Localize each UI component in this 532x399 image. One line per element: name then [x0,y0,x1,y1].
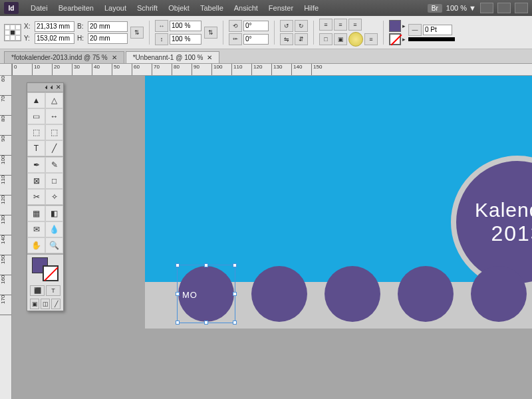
menu-schrift[interactable]: Schrift [132,4,163,12]
gradient-swatch-tool[interactable]: ▦ [27,205,45,221]
pencil-tool[interactable]: ✎ [45,157,63,173]
menu-datei[interactable]: Datei [25,4,53,12]
menu-fenster[interactable]: Fenster [263,4,299,12]
rectangle-tool[interactable]: □ [45,173,63,189]
constrain-scale-icon[interactable]: ⇅ [204,27,217,39]
scale-x-icon: ↔ [155,20,168,32]
note-tool[interactable]: ✉ [27,221,45,237]
flip-v-icon[interactable]: ⇵ [295,33,308,45]
zoom-level[interactable]: 100 % ▼ [446,4,476,12]
zoom-tool[interactable]: 🔍 [45,237,63,253]
pen-tool[interactable]: ✒ [27,157,45,173]
width-field[interactable] [88,21,128,32]
scale-y-icon: ↕ [155,33,168,45]
color-mode[interactable]: ▣ [30,299,39,309]
menu-hilfe[interactable]: Hilfe [299,4,324,12]
direct-selection-tool[interactable]: △ [45,92,63,108]
document-tabs: *fotokalender-2013.indd @ 75 %✕*Unbenann… [0,49,532,64]
menu-layout[interactable]: Layout [99,4,132,12]
scale-y-field[interactable] [170,34,201,45]
fill-swatch[interactable] [389,20,401,32]
rectangle-frame-tool[interactable]: ⊠ [27,173,45,189]
wrap-shape-icon[interactable] [348,32,363,47]
stroke-swatch[interactable] [389,33,401,45]
stroke-color[interactable] [43,265,59,281]
control-panel: X: Y: B: H: ⇅ ↔ ↕ ⇅ ⟲ ⬰ ↺ ↻ ⇋ ⇵ ≡ ≡ ≡ □ [0,16,532,49]
menubar: Id DateiBearbeitenLayoutSchriftObjektTab… [0,0,532,16]
align-right-icon[interactable]: ≡ [348,19,362,31]
title-line2: 2013 [491,221,532,246]
stroke-weight-icon: — [408,24,422,36]
y-field[interactable] [35,33,74,44]
screen-mode-icon[interactable] [480,3,493,13]
page: Kalender 2013 MO [145,76,532,329]
stroke-style[interactable] [408,37,455,41]
height-field[interactable] [88,33,128,44]
document-tab[interactable]: *fotokalender-2013.indd @ 75 %✕ [4,51,124,63]
workspace: 0102030405060708090100110120130140150 60… [0,64,532,399]
close-icon[interactable]: ✕ [112,54,117,61]
toolbox-header[interactable]: ⏴⏴ ✕ [27,83,63,92]
gap-tool[interactable]: ↔ [45,108,63,124]
arrange-icon[interactable] [497,3,511,13]
menu-objekt[interactable]: Objekt [163,4,195,12]
scissors-tool[interactable]: ✂ [27,189,45,205]
selection-tool[interactable]: ▲ [27,92,45,108]
format-toggle[interactable]: T [46,285,61,296]
align-left-icon[interactable]: ≡ [319,19,332,31]
day-circle-3[interactable] [325,266,380,322]
x-field[interactable] [35,21,74,32]
wrap-none-icon[interactable]: □ [319,33,332,45]
document-tab[interactable]: *Unbenannt-1 @ 100 %✕ [126,51,220,63]
day-circle-4[interactable] [398,266,454,322]
shear-field[interactable] [243,34,269,45]
selection-box[interactable] [177,265,235,323]
free-transform-tool[interactable]: ✧ [45,189,63,205]
line-tool[interactable]: ╱ [45,140,63,156]
app-logo: Id [4,2,19,14]
canvas[interactable]: Kalender 2013 MO ⏴⏴ ✕ ▲△▭↔⬚⬚T╱✒✎⊠□✂✧▦◧✉💧… [12,76,532,399]
ruler-vertical[interactable]: 60708090100110120130140150160170 [0,76,12,399]
title-line1: Kalender [475,199,532,221]
day-circle-5[interactable] [471,266,527,322]
shear-icon: ⬰ [229,33,242,45]
format-toggle[interactable]: ⬛ [30,285,45,296]
scale-x-field[interactable] [170,21,201,31]
constrain-wh-icon[interactable]: ⇅ [130,27,144,39]
menu-bearbeiten[interactable]: Bearbeiten [53,4,99,12]
align-center-icon[interactable]: ≡ [334,19,347,31]
content-collector-tool[interactable]: ⬚ [27,124,45,140]
color-mode[interactable]: ◫ [41,299,50,309]
workspace-icon[interactable] [515,3,528,13]
toolbox: ⏴⏴ ✕ ▲△▭↔⬚⬚T╱✒✎⊠□✂✧▦◧✉💧✋🔍 ⬛T ▣◫╱ [27,82,64,311]
hand-tool[interactable]: ✋ [27,237,45,253]
wrap-around-icon[interactable]: ▣ [334,33,347,45]
type-tool[interactable]: T [27,140,45,156]
rotate-icon: ⟲ [229,20,242,32]
day-circle-2[interactable] [251,266,307,322]
close-icon[interactable]: ✕ [207,54,212,61]
flip-h-icon[interactable]: ⇋ [280,33,293,45]
rotate-ccw-icon[interactable]: ↺ [280,20,293,32]
rotate-field[interactable] [243,21,269,31]
stroke-weight-field[interactable] [423,25,452,35]
content-placer-tool[interactable]: ⬚ [45,124,63,140]
eyedropper-tool[interactable]: 💧 [45,221,63,237]
page-tool[interactable]: ▭ [27,108,45,124]
menu-ansicht[interactable]: Ansicht [229,4,263,12]
fill-stroke-proxy[interactable] [32,257,59,281]
color-mode[interactable]: ╱ [51,299,61,309]
reference-point[interactable] [4,24,21,41]
menu-tabelle[interactable]: Tabelle [195,4,229,12]
bridge-button[interactable]: Br [428,4,442,13]
gradient-feather-tool[interactable]: ◧ [45,205,63,221]
ruler-horizontal[interactable]: 0102030405060708090100110120130140150 [12,64,532,76]
ruler-origin[interactable] [0,64,12,76]
wrap-jump-icon[interactable]: ≡ [364,33,378,45]
rotate-cw-icon[interactable]: ↻ [295,20,308,32]
